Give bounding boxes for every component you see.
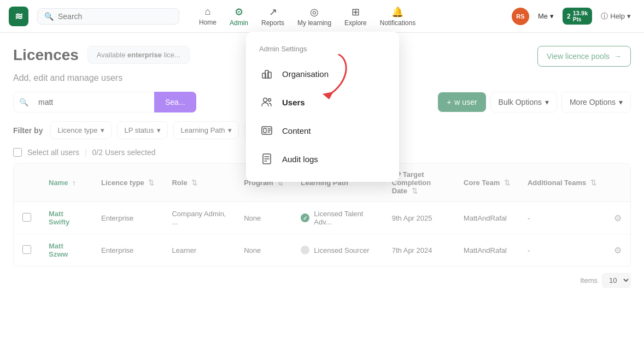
organisation-icon bbox=[259, 66, 274, 81]
svg-point-3 bbox=[264, 98, 267, 102]
help-button[interactable]: ⓘ Help ▾ bbox=[596, 9, 635, 23]
logo[interactable]: ≋ bbox=[9, 7, 28, 26]
nav-items: ⌂ Home ⚙ Admin ↗ Reports ◎ My learning ⊞… bbox=[192, 3, 422, 30]
search-input[interactable] bbox=[58, 12, 172, 21]
pts-label: Pts bbox=[573, 16, 588, 22]
me-button[interactable]: Me ▾ bbox=[534, 10, 558, 22]
content-icon bbox=[259, 123, 274, 138]
help-icon: ⓘ bbox=[601, 11, 608, 21]
pts-badge: 2 13.9k Pts bbox=[563, 8, 592, 25]
avatar[interactable]: RS bbox=[512, 8, 529, 25]
logo-icon: ≋ bbox=[15, 10, 23, 22]
reports-icon: ↗ bbox=[269, 6, 277, 18]
admin-dropdown-item-organisation[interactable]: Organisation bbox=[246, 60, 399, 88]
svg-rect-6 bbox=[264, 128, 266, 133]
admin-dropdown-item-users[interactable]: Users bbox=[246, 88, 399, 116]
users-label: Users bbox=[282, 98, 305, 107]
home-label: Home bbox=[199, 19, 216, 26]
admin-dropdown-item-content[interactable]: Content bbox=[246, 116, 399, 145]
nav-item-notifications[interactable]: 🔔 Notifications bbox=[373, 3, 422, 30]
svg-point-4 bbox=[268, 99, 271, 102]
search-bar[interactable]: 🔍 bbox=[37, 8, 179, 25]
content-label: Content bbox=[282, 126, 311, 135]
nav-item-reports[interactable]: ↗ Reports bbox=[255, 3, 291, 30]
notifications-icon: 🔔 bbox=[391, 6, 403, 18]
nav-right: RS Me ▾ 2 13.9k Pts ⓘ Help ▾ bbox=[512, 8, 635, 25]
notifications-label: Notifications bbox=[380, 19, 415, 27]
nav-item-home[interactable]: ⌂ Home bbox=[192, 3, 223, 29]
home-icon: ⌂ bbox=[205, 6, 211, 17]
help-chevron-icon: ▾ bbox=[627, 12, 631, 20]
help-label: Help bbox=[610, 12, 625, 20]
explore-label: Explore bbox=[344, 19, 367, 27]
avatar-initials: RS bbox=[516, 13, 524, 20]
pts-value-container: 13.9k Pts bbox=[573, 10, 588, 22]
admin-dropdown: Admin Settings Organisation Users bbox=[246, 32, 399, 182]
mylearning-label: My learning bbox=[297, 19, 331, 27]
organisation-label: Organisation bbox=[282, 69, 329, 79]
admin-icon: ⚙ bbox=[235, 6, 243, 18]
me-chevron-icon: ▾ bbox=[550, 12, 554, 20]
admin-label: Admin bbox=[230, 19, 248, 27]
nav-item-explore[interactable]: ⊞ Explore bbox=[338, 3, 373, 30]
explore-icon: ⊞ bbox=[352, 6, 360, 18]
pts-number: 2 bbox=[567, 13, 571, 20]
users-icon bbox=[259, 94, 274, 110]
admin-dropdown-item-audit[interactable]: Audit logs bbox=[246, 145, 399, 173]
top-nav: ≋ 🔍 ⌂ Home ⚙ Admin ↗ Reports ◎ My learni… bbox=[0, 0, 644, 33]
audit-icon bbox=[259, 151, 274, 167]
pts-value: 13.9k bbox=[573, 10, 588, 16]
me-label: Me bbox=[538, 12, 548, 20]
audit-label: Audit logs bbox=[282, 155, 318, 164]
reports-label: Reports bbox=[261, 19, 284, 27]
nav-item-admin[interactable]: ⚙ Admin bbox=[223, 3, 255, 30]
nav-item-mylearning[interactable]: ◎ My learning bbox=[291, 3, 338, 30]
mylearning-icon: ◎ bbox=[310, 6, 319, 18]
search-icon: 🔍 bbox=[44, 12, 54, 21]
admin-dropdown-title: Admin Settings bbox=[246, 40, 399, 60]
